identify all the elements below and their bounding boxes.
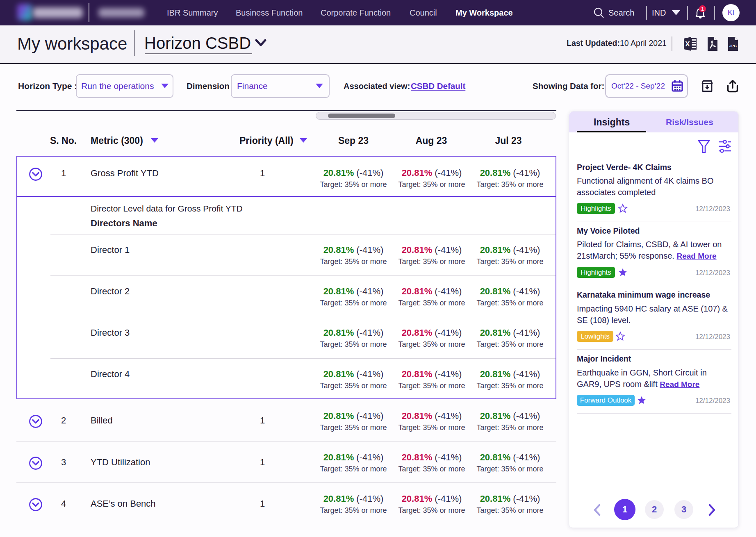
- svg-text:X: X: [685, 40, 690, 48]
- svg-text:JPG: JPG: [729, 44, 737, 48]
